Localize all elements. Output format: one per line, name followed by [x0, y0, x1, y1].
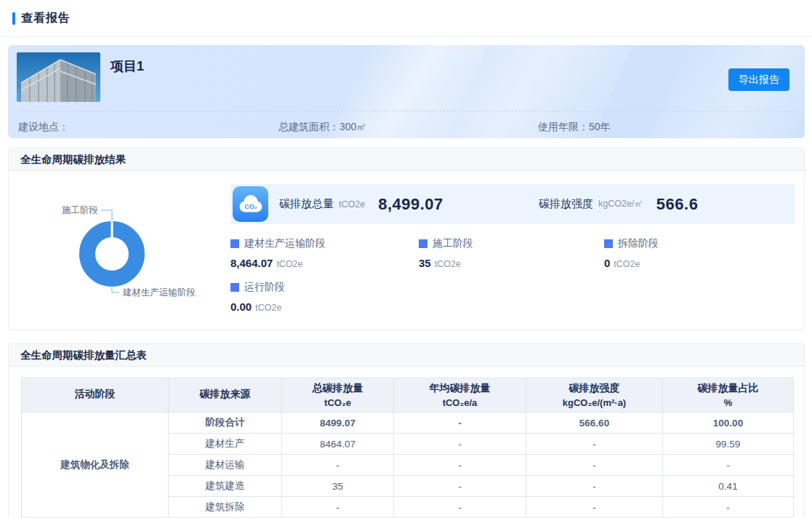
cell-ratio: -	[663, 455, 794, 476]
page-title: 查看报告	[21, 11, 71, 26]
cell-ratio: -	[663, 497, 794, 518]
cell-intensity: 566.60	[526, 413, 663, 434]
legend-unit: tCO2e	[614, 259, 640, 269]
project-info-row: 建设地点： 总建筑面积：300㎡ 使用年限：50年	[8, 118, 805, 135]
legend-value: 8,464.07	[230, 257, 273, 269]
field-area: 总建筑面积：300㎡	[278, 121, 366, 134]
emission-summary-table: 活动阶段 碳排放来源 总碳排放量tCO₂e 年均碳排放量tCO₂e/a 碳排放强…	[21, 378, 794, 518]
title-accent-bar	[12, 12, 15, 25]
cell-total: 8499.07	[282, 413, 394, 434]
legend-item-operation: 运行阶段 0.00tCO2e	[230, 281, 412, 313]
cell-source: 建材运输	[169, 455, 282, 476]
summary-table-panel: 全生命周期碳排放量汇总表 活动阶段 碳排放来源 总碳排放量tCO₂e 年均碳排放…	[8, 343, 805, 518]
legend-item-demolition: 拆除阶段 0tCO2e	[604, 237, 786, 269]
cell-source: 建材生产	[169, 434, 282, 455]
emission-summary-strip: CO₂ 碳排放总量 tCO2e 8,499.07 碳排放强度 kgCO2e/㎡ …	[230, 184, 795, 224]
cell-source: 建筑拆除	[169, 497, 282, 518]
project-banner: 项目1 导出报告 建设地点： 总建筑面积：300㎡ 使用年限：50年	[8, 45, 805, 138]
cell-annual: -	[394, 497, 526, 518]
field-service-life-value: 50年	[589, 121, 611, 132]
field-location-label: 建设地点：	[18, 121, 69, 132]
cell-ratio: 99.59	[663, 434, 794, 455]
cell-annual: -	[394, 413, 526, 434]
emission-intensity-unit: kgCO2e/㎡	[598, 198, 643, 210]
export-report-button[interactable]: 导出报告	[728, 68, 789, 91]
field-location: 建设地点：	[18, 121, 69, 134]
header-emission-source: 碳排放来源	[169, 378, 282, 413]
total-emission-group: 碳排放总量 tCO2e 8,499.07	[279, 184, 443, 224]
cell-source: 阶段合计	[169, 413, 282, 434]
legend-marker-icon	[419, 239, 427, 248]
header-activity-stage: 活动阶段	[22, 378, 169, 413]
cell-intensity: -	[526, 434, 663, 455]
co2-icon-text: CO₂	[244, 203, 257, 210]
callout-line-material	[112, 286, 119, 292]
field-service-life: 使用年限：50年	[538, 121, 611, 134]
emission-intensity-value: 566.6	[656, 195, 699, 214]
cell-total: 8464.07	[282, 434, 394, 455]
header-annual-emission: 年均碳排放量tCO₂e/a	[394, 378, 526, 413]
table-header-row: 活动阶段 碳排放来源 总碳排放量tCO₂e 年均碳排放量tCO₂e/a 碳排放强…	[22, 378, 794, 413]
cell-ratio: 100.00	[663, 413, 794, 434]
legend-marker-icon	[230, 239, 239, 248]
legend-item-construction: 施工阶段 35tCO2e	[419, 237, 600, 269]
legend-item-material: 建材生产运输阶段 8,464.07tCO2e	[230, 237, 412, 269]
emission-donut-chart: 施工阶段 建材生产运输阶段	[23, 186, 233, 328]
total-emission-label: 碳排放总量	[279, 197, 334, 211]
legend-value: 0.00	[230, 300, 252, 313]
header-total-emission: 总碳排放量tCO₂e	[282, 378, 394, 413]
callout-label-construction: 施工阶段	[62, 205, 98, 215]
legend-unit: tCO2e	[255, 303, 281, 313]
cell-source: 建筑建造	[169, 476, 282, 497]
legend-label: 运行阶段	[244, 281, 285, 294]
legend-unit: tCO2e	[276, 259, 302, 269]
project-name: 项目1	[110, 57, 144, 75]
cell-annual: -	[394, 434, 526, 455]
lifecycle-result-body: 施工阶段 建材生产运输阶段 CO₂ 碳排放总量 tC	[9, 171, 804, 330]
activity-stage-group-cell: 建筑物化及拆除	[22, 413, 169, 518]
emission-intensity-group: 碳排放强度 kgCO2e/㎡ 566.6	[539, 184, 698, 224]
topbar: 查看报告	[0, 0, 812, 37]
callout-line-construction	[101, 210, 112, 222]
cell-intensity: -	[526, 455, 663, 476]
lifecycle-result-header: 全生命周期碳排放结果	[9, 148, 804, 171]
cell-annual: -	[394, 476, 526, 497]
donut-construction-slice-gap	[110, 220, 113, 239]
field-service-life-label: 使用年限：	[538, 121, 589, 132]
legend-label: 施工阶段	[433, 237, 473, 250]
project-thumbnail	[17, 52, 100, 102]
total-emission-unit: tCO2e	[339, 199, 365, 210]
summary-table-title: 全生命周期碳排放量汇总表	[20, 348, 147, 362]
legend-value: 35	[419, 257, 431, 269]
emission-intensity-label: 碳排放强度	[539, 197, 593, 211]
legend-value: 0	[604, 257, 610, 269]
cell-annual: -	[394, 455, 526, 476]
cell-intensity: -	[526, 497, 663, 518]
header-emission-ratio: 碳排放量占比%	[663, 378, 794, 413]
banner-divider	[18, 111, 793, 111]
legend-label: 建材生产运输阶段	[244, 237, 326, 250]
cell-total: 35	[282, 476, 394, 497]
legend-marker-icon	[604, 239, 613, 248]
legend-marker-icon	[230, 283, 239, 292]
field-area-label: 总建筑面积：	[278, 121, 339, 132]
summary-table-header: 全生命周期碳排放量汇总表	[9, 344, 804, 367]
table-row-stage-total: 建筑物化及拆除 阶段合计 8499.07 - 566.60 100.00	[22, 413, 794, 434]
lifecycle-result-title: 全生命周期碳排放结果	[20, 153, 126, 167]
field-area-value: 300㎡	[339, 121, 366, 132]
callout-label-material: 建材生产运输阶段	[122, 287, 196, 298]
total-emission-value: 8,499.07	[378, 195, 443, 214]
co2-cloud-icon: CO₂	[233, 186, 268, 222]
legend-label: 拆除阶段	[618, 237, 659, 250]
header-emission-intensity: 碳排放强度kgCO₂e/(m²·a)	[526, 378, 663, 413]
cell-ratio: 0.41	[663, 476, 794, 497]
cell-total: -	[282, 455, 394, 476]
cell-intensity: -	[526, 476, 663, 497]
lifecycle-result-panel: 全生命周期碳排放结果 施工阶段 建材生产运输阶段	[8, 148, 805, 330]
cell-total: -	[282, 497, 394, 518]
legend-unit: tCO2e	[435, 259, 461, 269]
